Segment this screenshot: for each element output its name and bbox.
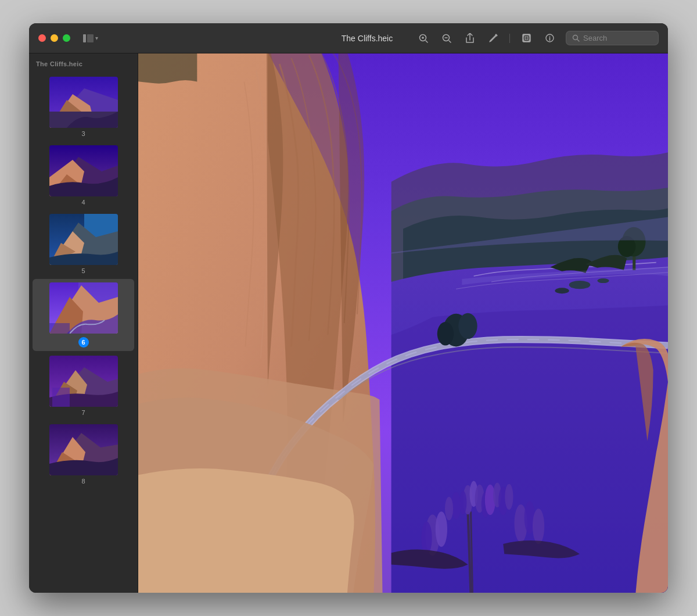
svg-rect-36 [52, 388, 70, 407]
tool-separator [509, 34, 510, 43]
thumbnail-5-label: 5 [81, 267, 85, 274]
svg-point-63 [436, 511, 447, 547]
thumbnail-6-image [49, 282, 118, 334]
zoom-in-button[interactable] [416, 31, 430, 45]
zoom-out-button[interactable] [440, 31, 454, 45]
svg-point-67 [533, 508, 544, 544]
svg-point-47 [437, 322, 454, 346]
sidebar-header: The Cliffs.heic [29, 58, 138, 72]
thumbnail-item-7[interactable]: 7 [33, 352, 134, 420]
chevron-down-icon: ▾ [95, 35, 98, 41]
titlebar-left: ▾ [80, 32, 271, 45]
maximize-button[interactable] [63, 34, 70, 42]
svg-point-44 [597, 278, 609, 283]
thumbnail-item-4[interactable]: 4 [33, 142, 134, 209]
svg-line-12 [577, 40, 580, 42]
titlebar-tools [416, 31, 659, 45]
thumbnail-item-3[interactable]: 3 [33, 73, 134, 141]
info-button[interactable] [542, 31, 556, 45]
thumbnail-4-label: 4 [81, 199, 85, 206]
search-icon [572, 34, 580, 42]
thumbnail-item-8[interactable]: 8 [33, 421, 134, 488]
minimize-button[interactable] [51, 34, 58, 42]
crop-button[interactable] [519, 31, 533, 45]
thumbnail-item-5[interactable]: 5 [33, 210, 134, 278]
thumbnail-4-image [49, 145, 118, 196]
thumbnail-5-image [49, 214, 118, 265]
svg-point-61 [445, 497, 453, 521]
svg-line-6 [449, 41, 451, 42]
svg-point-42 [569, 281, 590, 289]
search-bar[interactable] [566, 31, 659, 45]
main-image [138, 53, 668, 593]
thumbnail-7-image [49, 356, 118, 407]
share-button[interactable] [463, 31, 477, 45]
thumbnail-8-image [49, 424, 118, 475]
active-badge: 6 [78, 337, 89, 348]
search-input[interactable] [583, 34, 652, 42]
titlebar: ▾ The Cliffs.heic [29, 23, 668, 53]
svg-point-43 [555, 288, 569, 293]
thumbnail-8-label: 8 [81, 478, 85, 485]
thumbnail-item-6[interactable]: 6 [33, 279, 134, 351]
markup-button[interactable] [486, 31, 500, 45]
svg-line-2 [426, 41, 427, 42]
sidebar: The Cliffs.heic [29, 53, 138, 593]
thumbnail-3-image [49, 77, 118, 128]
thumbnail-7-label: 7 [81, 409, 85, 416]
sidebar-toggle[interactable]: ▾ [80, 32, 102, 45]
image-viewer [138, 53, 668, 593]
sidebar-toggle-icon [83, 34, 94, 42]
traffic-lights [38, 34, 70, 42]
thumbnail-3-label: 3 [81, 130, 85, 137]
app-window: ▾ The Cliffs.heic [29, 23, 668, 593]
close-button[interactable] [38, 34, 46, 42]
svg-rect-31 [49, 323, 70, 334]
svg-point-46 [458, 313, 477, 339]
svg-point-64 [421, 521, 432, 554]
main-content: The Cliffs.heic [29, 53, 668, 593]
svg-point-59 [505, 484, 513, 510]
svg-point-10 [549, 36, 550, 37]
